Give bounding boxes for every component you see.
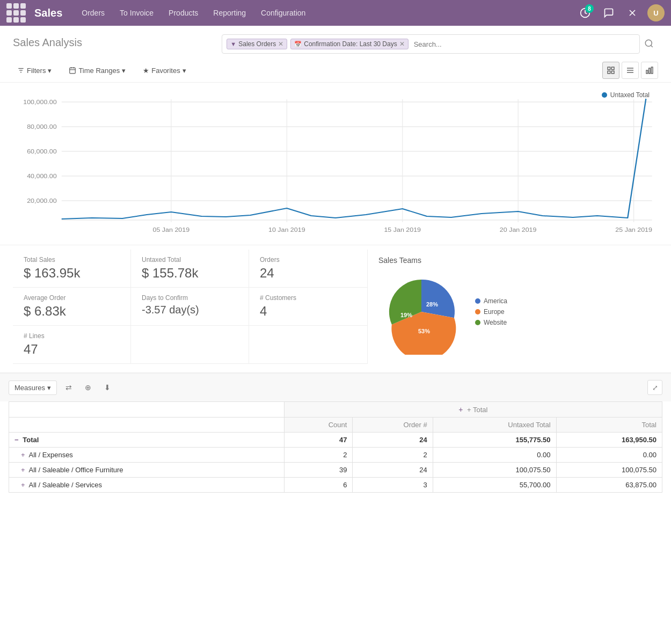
row-services-total: 63,875.00 [556, 478, 662, 493]
stat-lines: # Lines 47 [13, 326, 131, 364]
search-bar[interactable]: ▼ Sales Orders ✕ 📅 Confirmation Date: La… [222, 34, 640, 54]
flip-axis-button[interactable]: ⇄ [61, 380, 76, 395]
favorites-dropdown[interactable]: ★ Favorites ▾ [138, 64, 190, 77]
filter-tag-date-close[interactable]: ✕ [399, 40, 405, 48]
page-header: Sales Analysis ▼ Sales Orders ✕ 📅 Confir… [0, 26, 671, 58]
filters-dropdown[interactable]: Filters ▾ [13, 64, 56, 77]
favorites-chevron: ▾ [183, 67, 186, 75]
favorites-label: Favorites [151, 67, 180, 75]
search-input[interactable] [412, 39, 635, 49]
svg-text:19%: 19% [400, 312, 412, 318]
chart-view-button[interactable] [602, 62, 619, 79]
stat-days-confirm: Days to Confirm -3.57 day(s) [131, 288, 249, 326]
stat-total-sales-label: Total Sales [24, 256, 120, 264]
main-menu: Orders To Invoice Products Reporting Con… [75, 5, 577, 20]
svg-rect-8 [70, 68, 76, 73]
row-expenses-untaxed: 0.00 [433, 448, 556, 463]
stat-avg-label: Average Order [24, 294, 120, 302]
row-furniture-label: + All / Saleable / Office Furniture [9, 463, 285, 478]
svg-rect-14 [608, 71, 610, 74]
stat-avg-value: $ 6.83k [24, 304, 120, 319]
row-expenses-label: + All / Expenses [9, 448, 285, 463]
stat-days-value: -3.57 day(s) [142, 304, 238, 316]
svg-rect-15 [611, 71, 614, 74]
menu-configuration[interactable]: Configuration [254, 5, 312, 20]
expand-rows-button[interactable]: ⊕ [81, 380, 96, 395]
time-ranges-dropdown[interactable]: Time Ranges ▾ [64, 64, 130, 77]
col-count: Count [284, 418, 353, 433]
row-furniture-count: 39 [284, 463, 353, 478]
filter-tag-date-label: Confirmation Date: Last 30 Days [304, 40, 397, 48]
row-expenses-total: 0.00 [556, 448, 662, 463]
america-label: America [484, 297, 507, 305]
fullscreen-button[interactable]: ⤢ [647, 380, 662, 395]
bar-chart-view-button[interactable] [641, 62, 658, 79]
time-ranges-chevron: ▾ [122, 67, 126, 75]
filter-tag-date[interactable]: 📅 Confirmation Date: Last 30 Days ✕ [290, 39, 408, 49]
stat-lines-label: # Lines [24, 332, 120, 340]
list-view-button[interactable] [622, 62, 639, 79]
stat-untaxed-value: $ 155.78k [142, 266, 238, 281]
menu-to-invoice[interactable]: To Invoice [113, 5, 160, 20]
expand-services-icon[interactable]: + [21, 481, 25, 489]
svg-rect-13 [611, 67, 614, 70]
svg-rect-20 [649, 68, 651, 74]
table-row-expenses: + All / Expenses 2 2 0.00 0.00 [9, 448, 662, 463]
stat-total-sales: Total Sales $ 163.95k [13, 250, 131, 288]
app-grid-icon[interactable] [6, 3, 26, 23]
row-furniture-untaxed: 100,075.50 [433, 463, 556, 478]
pie-title: Sales Teams [378, 256, 647, 265]
svg-rect-12 [608, 67, 610, 70]
col-header-plus[interactable]: + [458, 405, 463, 414]
menu-reporting[interactable]: Reporting [207, 5, 252, 20]
download-button[interactable]: ⬇ [100, 380, 115, 395]
table-row-office-furniture: + All / Saleable / Office Furniture 39 2… [9, 463, 662, 478]
filter-bar: Filters ▾ Time Ranges ▾ ★ Favorites ▾ [0, 58, 671, 83]
calendar-icon: 📅 [294, 41, 302, 48]
stat-orders: Orders 24 [249, 250, 367, 288]
top-navigation: Sales Orders To Invoice Products Reporti… [0, 0, 671, 26]
search-button[interactable] [640, 34, 658, 54]
nav-icons: 8 U [577, 4, 665, 21]
svg-text:05 Jan 2019: 05 Jan 2019 [153, 226, 190, 233]
notification-icon[interactable]: 8 [577, 4, 594, 21]
measures-chevron: ▾ [47, 384, 51, 392]
view-toggles [602, 62, 658, 79]
filter-tag-close[interactable]: ✕ [278, 40, 283, 48]
time-ranges-label: Time Ranges [78, 67, 120, 75]
svg-text:20,000.00: 20,000.00 [27, 197, 57, 204]
stat-total-sales-value: $ 163.95k [24, 266, 120, 281]
filter-tag-sales-orders[interactable]: ▼ Sales Orders ✕ [227, 39, 287, 49]
chart-svg: 100,000.00 80,000.00 60,000.00 40,000.00… [13, 91, 658, 236]
measures-button[interactable]: Measures ▾ [9, 380, 57, 395]
menu-products[interactable]: Products [162, 5, 205, 20]
row-services-label: + All / Saleable / Services [9, 478, 285, 493]
pie-section: Sales Teams 28% 53% 19 [367, 250, 658, 364]
svg-rect-19 [646, 70, 648, 74]
collapse-icon[interactable]: − [14, 436, 19, 444]
expand-expenses-icon[interactable]: + [21, 451, 25, 459]
row-furniture-total: 100,075.50 [556, 463, 662, 478]
pivot-empty-header [9, 418, 285, 433]
user-avatar[interactable]: U [647, 4, 665, 21]
row-total-order: 24 [353, 433, 433, 448]
col-untaxed: Untaxed Total [433, 418, 556, 433]
svg-text:53%: 53% [418, 328, 430, 334]
chat-icon[interactable] [600, 4, 617, 21]
row-services-count: 6 [284, 478, 353, 493]
pie-chart-svg: 28% 53% 19% [378, 269, 464, 355]
stat-lines-value: 47 [24, 342, 120, 357]
app-logo: Sales [34, 7, 62, 19]
svg-text:20 Jan 2019: 20 Jan 2019 [500, 226, 537, 233]
col-order: Order # [353, 418, 433, 433]
pie-legend-america: America [475, 297, 507, 305]
row-total-count: 47 [284, 433, 353, 448]
stat-customers-label: # Customers [260, 294, 356, 302]
expand-furniture-icon[interactable]: + [21, 466, 25, 474]
svg-text:60,000.00: 60,000.00 [27, 148, 57, 155]
row-total-label: − Total [9, 433, 285, 448]
pivot-table: + + Total Count Order # Untaxed Total To… [9, 401, 662, 493]
settings-close-icon[interactable] [624, 4, 641, 21]
stat-customers-value: 4 [260, 304, 356, 319]
menu-orders[interactable]: Orders [75, 5, 111, 20]
